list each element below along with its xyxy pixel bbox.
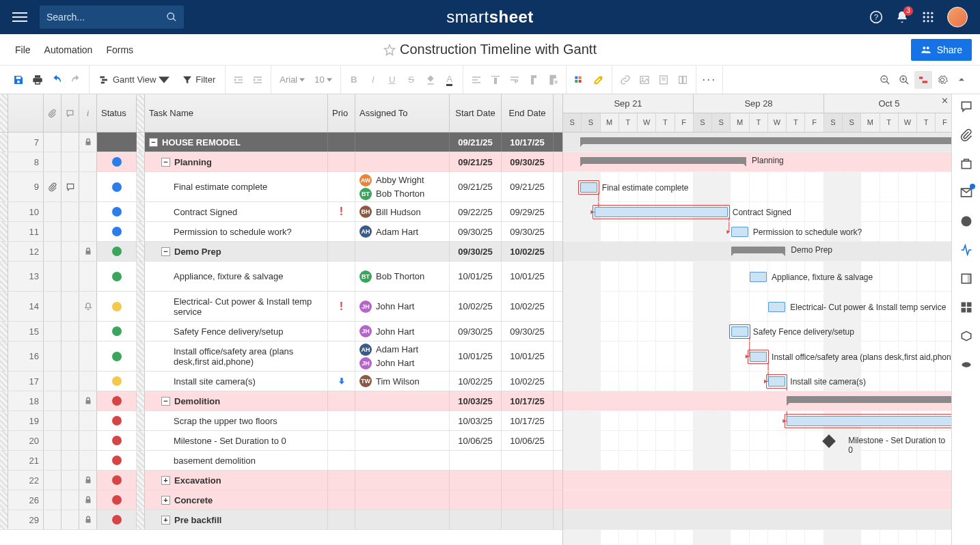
zoom-in-icon[interactable] (895, 71, 913, 89)
grid-row[interactable]: 20Milestone - Set Duration to 010/06/251… (0, 431, 562, 451)
row-toggle[interactable]: − (161, 158, 170, 167)
filter-button[interactable]: Filter (176, 71, 221, 89)
hamburger-icon[interactable] (12, 10, 27, 25)
column-end[interactable]: End Date (502, 94, 554, 132)
column-task[interactable]: Task Name (145, 94, 328, 132)
grid-row[interactable]: 10Contract Signed!BHBill Hudson09/22/250… (0, 202, 562, 222)
gantt-bar[interactable]: Install office/safety area (plans desk,f… (750, 352, 767, 362)
menu-file[interactable]: File (8, 42, 38, 58)
gantt-row[interactable] (563, 510, 951, 530)
grid-row[interactable]: 19Scrap the upper two floors10/03/2510/1… (0, 411, 562, 431)
save-icon[interactable] (10, 71, 27, 89)
form-icon[interactable] (655, 71, 672, 89)
row-toggle[interactable]: + (161, 516, 170, 525)
redo-icon[interactable] (67, 71, 85, 89)
conditional-format-icon[interactable] (571, 71, 588, 89)
notifications-icon[interactable]: 3 (895, 10, 909, 24)
grid-row[interactable]: 17Install site camera(s)TWTim Wilson10/0… (0, 372, 562, 391)
outdent-icon[interactable] (230, 71, 247, 89)
grid-row[interactable]: 29+Pre backfill (0, 510, 562, 530)
conversations-icon[interactable] (959, 100, 973, 113)
grid-row[interactable]: 13Appliance, fixture & salvageBTBob Thor… (0, 262, 562, 292)
critical-path-icon[interactable] (914, 71, 932, 89)
activity-icon[interactable] (959, 243, 973, 257)
grid-row[interactable]: 7−HOUSE REMODEL09/21/2510/17/25 (0, 132, 562, 152)
attachments-icon[interactable] (959, 128, 973, 142)
user-avatar[interactable] (947, 7, 968, 27)
gantt-bar[interactable] (787, 396, 951, 403)
gantt-bar[interactable]: Appliance, fixture & salvage (750, 272, 767, 282)
grid-row[interactable]: 22+Excavation (0, 471, 562, 490)
more-icon[interactable]: ··· (700, 71, 718, 89)
update-requests-icon[interactable] (959, 186, 973, 199)
summary-icon[interactable] (959, 272, 973, 285)
search-input[interactable] (46, 12, 166, 23)
brandfolder-icon[interactable] (959, 329, 973, 343)
gantt-body[interactable]: PlanningFinal estimate completeContract … (563, 132, 951, 545)
share-button[interactable]: Share (911, 39, 972, 61)
row-toggle[interactable]: + (161, 476, 170, 485)
bold-icon[interactable]: B (345, 71, 363, 89)
gantt-row[interactable] (563, 372, 951, 391)
grid-row[interactable]: 26+Concrete (0, 490, 562, 510)
grid-row[interactable]: 11Permission to schedule work?AHAdam Har… (0, 222, 562, 242)
underline-icon[interactable]: U (383, 71, 401, 89)
align-left-icon[interactable] (467, 71, 485, 89)
zoom-out-icon[interactable] (876, 71, 894, 89)
collapse-icon[interactable] (953, 71, 970, 89)
gantt-bar[interactable]: Install site camera(s) (768, 376, 785, 387)
format-icon[interactable] (525, 71, 543, 89)
gantt-row[interactable] (563, 471, 951, 490)
proofs-icon[interactable] (959, 157, 973, 171)
row-toggle[interactable]: − (161, 247, 170, 256)
print-icon[interactable] (29, 71, 46, 89)
gantt-bar[interactable]: Planning (580, 157, 747, 164)
menu-forms[interactable]: Forms (99, 42, 140, 58)
gantt-bar[interactable]: Permission to schedule work? (731, 227, 748, 237)
column-start[interactable]: Start Date (450, 94, 502, 132)
indent-icon[interactable] (249, 71, 267, 89)
grid-row[interactable]: 14Electrical- Cut power & Install temp s… (0, 292, 562, 322)
font-size-select[interactable]: 10 (310, 74, 336, 85)
image-icon[interactable] (636, 71, 653, 89)
wrap-icon[interactable] (506, 71, 523, 89)
attachments-column-icon[interactable] (44, 94, 62, 132)
column-assigned[interactable]: Assigned To (355, 94, 450, 132)
search-icon[interactable] (166, 12, 177, 23)
help-icon[interactable]: ? (869, 10, 883, 24)
grid-row[interactable]: 12−Demo Prep09/30/2510/02/25 (0, 242, 562, 262)
highlight-icon[interactable] (590, 71, 608, 89)
star-icon[interactable] (383, 44, 396, 56)
settings-icon[interactable] (934, 71, 951, 89)
info-column-icon[interactable]: i (79, 94, 97, 132)
row-toggle[interactable]: − (149, 138, 158, 147)
grid-row[interactable]: 21basement demolition (0, 451, 562, 471)
column-prio[interactable]: Prio (328, 94, 355, 132)
row-toggle[interactable]: − (161, 397, 170, 406)
apps-icon[interactable] (921, 10, 935, 24)
gantt-bar[interactable]: Electrical- Cut power & Install temp ser… (768, 302, 785, 312)
grid-row[interactable]: 15Safety Fence delivery/setupJHJohn Hart… (0, 322, 562, 341)
clear-format-icon[interactable] (544, 71, 562, 89)
row-toggle[interactable]: + (161, 496, 170, 505)
font-family-select[interactable]: Arial (275, 74, 309, 85)
search-box[interactable] (40, 5, 184, 29)
gantt-bar[interactable]: Safety Fence delivery/setup (731, 326, 748, 337)
menu-automation[interactable]: Automation (38, 42, 100, 58)
view-switcher[interactable]: Gantt View (94, 71, 175, 89)
strike-icon[interactable]: S (403, 71, 420, 89)
text-color-icon[interactable]: A (441, 71, 459, 89)
column-status[interactable]: Status (97, 94, 137, 132)
align-top-icon[interactable] (487, 71, 504, 89)
link-icon[interactable] (616, 71, 634, 89)
comments-column-icon[interactable] (62, 94, 79, 132)
close-gantt-icon[interactable]: ✕ (941, 96, 949, 106)
grid-row[interactable]: 9Final estimate completeAWAbby WrightBTB… (0, 172, 562, 202)
gantt-bar[interactable]: Final estimate complete (580, 182, 597, 193)
report-icon[interactable] (674, 71, 692, 89)
gantt-bar[interactable] (787, 416, 951, 426)
gantt-row[interactable] (563, 490, 951, 510)
gantt-bar[interactable]: Demo Prep (731, 247, 786, 253)
grid-row[interactable]: 18−Demolition10/03/2510/17/25 (0, 391, 562, 411)
italic-icon[interactable]: I (364, 71, 382, 89)
